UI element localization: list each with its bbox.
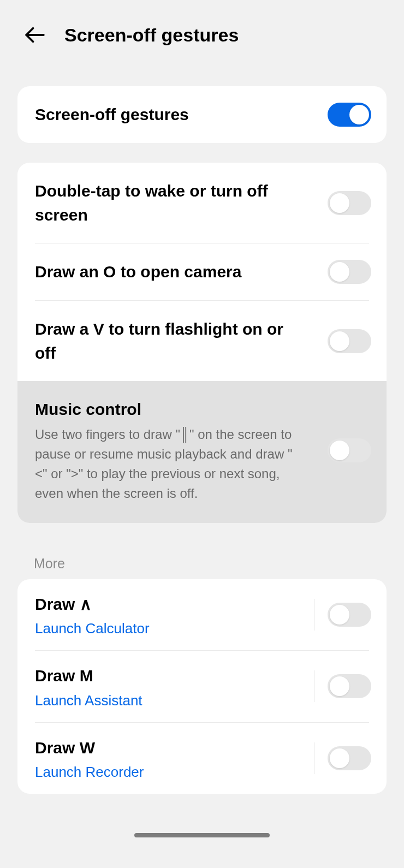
toggle-knob — [330, 676, 349, 696]
row-title: Draw an O to open camera — [35, 260, 328, 284]
row-title: Double-tap to wake or turn off screen — [35, 179, 297, 227]
toggle-wrap — [314, 599, 371, 631]
header: Screen-off gestures — [0, 0, 404, 64]
draw-v-row[interactable]: Draw a V to turn flashlight on or off — [17, 301, 387, 381]
gestures-card: Double-tap to wake or turn off screen Dr… — [17, 163, 387, 523]
vertical-divider — [314, 742, 314, 774]
draw-o-toggle[interactable] — [328, 260, 371, 284]
toggle-wrap — [314, 670, 371, 702]
vertical-divider — [314, 599, 314, 631]
row-action-link[interactable]: Launch Calculator — [35, 620, 314, 637]
screen-off-gestures-toggle[interactable] — [328, 103, 371, 127]
double-tap-row[interactable]: Double-tap to wake or turn off screen — [17, 163, 387, 243]
draw-caret-row[interactable]: Draw ∧ Launch Calculator — [17, 579, 387, 651]
screen-off-gestures-row[interactable]: Screen-off gestures — [17, 86, 387, 143]
toggle-knob — [349, 105, 369, 124]
row-title: Draw W — [35, 736, 314, 760]
toggle-wrap — [314, 742, 371, 774]
row-title: Music control — [35, 397, 328, 421]
back-button[interactable] — [22, 22, 48, 48]
toggle-knob — [330, 262, 349, 282]
draw-w-toggle[interactable] — [328, 746, 371, 770]
toggle-knob — [330, 748, 349, 768]
row-content: Draw a V to turn flashlight on or off — [35, 317, 328, 365]
draw-w-row[interactable]: Draw W Launch Recorder — [17, 723, 387, 794]
draw-caret-toggle[interactable] — [328, 603, 371, 627]
page-title: Screen-off gestures — [64, 25, 239, 46]
more-section-label: More — [34, 556, 404, 572]
music-control-toggle[interactable] — [328, 438, 371, 462]
row-title: Draw a V to turn flashlight on or off — [35, 317, 297, 365]
toggle-knob — [330, 331, 349, 351]
row-content: Double-tap to wake or turn off screen — [35, 179, 328, 227]
draw-m-row[interactable]: Draw M Launch Assistant — [17, 651, 387, 722]
row-title: Draw M — [35, 664, 314, 688]
more-card: Draw ∧ Launch Calculator Draw M Launch A… — [17, 579, 387, 794]
draw-m-toggle[interactable] — [328, 674, 371, 698]
main-toggle-card: Screen-off gestures — [17, 86, 387, 143]
toggle-knob — [330, 605, 349, 625]
draw-v-toggle[interactable] — [328, 329, 371, 353]
row-content: Draw ∧ Launch Calculator — [35, 592, 314, 638]
row-content: Draw W Launch Recorder — [35, 736, 314, 781]
arrow-left-icon — [23, 23, 46, 46]
row-title: Screen-off gestures — [35, 103, 328, 127]
toggle-knob — [330, 441, 349, 460]
toggle-knob — [330, 193, 349, 213]
row-action-link[interactable]: Launch Recorder — [35, 764, 314, 781]
row-content: Music control Use two fingers to draw "║… — [35, 397, 328, 503]
vertical-divider — [314, 670, 314, 702]
row-subtitle: Use two fingers to draw "║" on the scree… — [35, 425, 297, 503]
music-control-row[interactable]: Music control Use two fingers to draw "║… — [17, 381, 387, 523]
double-tap-toggle[interactable] — [328, 191, 371, 215]
row-content: Screen-off gestures — [35, 103, 328, 127]
row-title: Draw ∧ — [35, 592, 314, 616]
row-content: Draw an O to open camera — [35, 260, 328, 284]
row-content: Draw M Launch Assistant — [35, 664, 314, 709]
home-gesture-bar[interactable] — [134, 833, 270, 837]
draw-o-row[interactable]: Draw an O to open camera — [17, 243, 387, 300]
row-action-link[interactable]: Launch Assistant — [35, 692, 314, 709]
